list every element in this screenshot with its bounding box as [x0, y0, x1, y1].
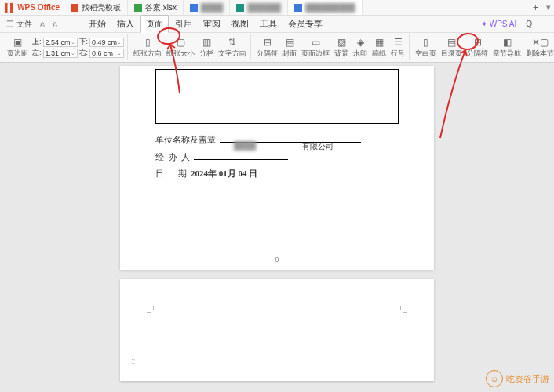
columns-icon: ▥: [201, 37, 212, 48]
document-canvas[interactable]: 单位名称及盖章: 有限公司 ████ 经 办 人: 日 期: 2024年 01月…: [0, 63, 554, 392]
margin-marker-bl: ::: [131, 357, 136, 365]
break-button[interactable]: ⊟分隔符: [254, 34, 280, 61]
paper-icon: ▦: [374, 37, 385, 48]
doc-tab-3[interactable]: ████: [184, 0, 230, 15]
orientation-button[interactable]: ▯纸张方向: [131, 34, 164, 61]
field-person: 经 办 人:: [155, 151, 399, 163]
columns-button[interactable]: ▥分栏: [197, 34, 216, 61]
margin-right-input[interactable]: 0.6 cm⌄: [89, 49, 124, 58]
border-button[interactable]: ▭页面边框: [299, 34, 332, 61]
wps-logo-text: WPS Office: [17, 3, 60, 12]
doc-tab-template[interactable]: 找稻壳模板: [64, 0, 128, 15]
doc-tab-label: ██████: [247, 3, 281, 12]
watermark-icon: ◈: [355, 37, 366, 48]
cover-button[interactable]: ▤封面: [280, 34, 299, 61]
field-person-line: [194, 151, 288, 160]
orientation-icon: ▯: [142, 37, 153, 48]
page-margin-icon: ▣: [13, 37, 24, 48]
page-break-button[interactable]: ⊟分隔符: [465, 34, 490, 61]
field-company-label: 单位名称及盖章:: [155, 134, 218, 146]
bg-icon: ▨: [336, 37, 347, 48]
menu-ref[interactable]: 引用: [170, 16, 197, 32]
doc-icon: [71, 4, 78, 12]
doc-tab-label: ████: [201, 3, 223, 12]
file-menu[interactable]: 三 文件: [3, 17, 35, 31]
page-number: — 9 —: [120, 256, 434, 263]
doc-icon: [294, 4, 302, 12]
sectnav-icon: ◧: [501, 37, 512, 48]
doc-icon: [134, 4, 142, 12]
page-2[interactable]: ::: [120, 279, 434, 381]
doc-tab-xlsx[interactable]: 答案.xlsx: [128, 0, 184, 15]
doc-tab-4[interactable]: ██████: [230, 0, 288, 15]
line-number-button[interactable]: ☰行号: [388, 34, 407, 61]
menu-bar: 三 文件 ⎌ ⎌ ⋯ 开始 插入 页面 引用 审阅 视图 工具 会员专享 ✦ W…: [0, 16, 554, 33]
ribbon-toolbar: ▣ 页边距 上: 2.54 cm⌄ 下: 0.49 cm⌄ 左: 1.31 cm…: [0, 33, 554, 63]
delete-section-button[interactable]: ✕▢删除本节: [523, 34, 554, 61]
doc-tab-label: 找稻壳模板: [82, 2, 121, 13]
wps-logo: ▌▌ WPS Office: [0, 3, 64, 12]
company-blur: ████: [234, 141, 256, 150]
quick-access-1[interactable]: ⎌: [37, 18, 48, 30]
section-nav-button[interactable]: ◧章节导航: [490, 34, 523, 61]
page-1[interactable]: 单位名称及盖章: 有限公司 ████ 经 办 人: 日 期: 2024年 01月…: [120, 66, 434, 270]
field-date-value: 2024年 01月 04 日: [191, 168, 257, 180]
border-icon: ▭: [310, 37, 321, 48]
margin-top-input[interactable]: 2.54 cm⌄: [43, 38, 78, 47]
paper-size-button[interactable]: ▢纸张大小: [164, 34, 197, 61]
wps-logo-icon: ▌▌: [5, 3, 16, 12]
tab-menu-icon[interactable]: ▾: [543, 2, 554, 13]
pbreak-icon: ⊟: [472, 37, 483, 48]
page-margin-button[interactable]: ▣ 页边距: [5, 34, 31, 61]
wps-ai-button[interactable]: ✦ WPS AI: [476, 20, 521, 28]
cover-icon: ▤: [284, 37, 295, 48]
field-date-label2: 期:: [178, 168, 189, 180]
break-icon: ⊟: [262, 37, 273, 48]
blank-page-button[interactable]: ▯空白页: [413, 34, 439, 61]
menu-more[interactable]: ⋯: [537, 18, 551, 30]
menu-start[interactable]: 开始: [84, 16, 111, 32]
margin-marker-tl: [153, 312, 159, 318]
doc-icon: [190, 4, 198, 12]
menu-view[interactable]: 视图: [227, 16, 253, 32]
delsection-icon: ✕▢: [534, 37, 545, 48]
doc-icon: [236, 4, 244, 12]
margin-top-label: 上:: [32, 37, 42, 47]
menu-tools[interactable]: 工具: [255, 16, 282, 32]
new-tab-button[interactable]: +: [528, 2, 543, 13]
quick-access-2[interactable]: ⎌: [49, 18, 60, 30]
direction-icon: ⇅: [227, 37, 238, 48]
margin-left-input[interactable]: 1.31 cm⌄: [43, 49, 78, 58]
margin-left-label: 左:: [32, 48, 42, 58]
brand-watermark: ☺ 吃资谷手游: [486, 370, 549, 387]
linenum-icon: ☰: [392, 37, 403, 48]
margin-bottom-label: 下:: [79, 37, 89, 47]
watermark-text: 吃资谷手游: [506, 373, 549, 385]
background-button[interactable]: ▨背景: [332, 34, 351, 61]
menu-page[interactable]: 页面: [140, 15, 169, 33]
menu-insert[interactable]: 插入: [112, 16, 139, 32]
text-direction-button[interactable]: ⇅文字方向: [216, 34, 249, 61]
margin-marker-tr: [395, 312, 401, 318]
paper-button[interactable]: ▦稿纸: [370, 34, 388, 61]
watermark-face-icon: ☺: [486, 370, 503, 387]
menu-vip[interactable]: 会员专享: [283, 16, 327, 32]
field-company: 单位名称及盖章:: [155, 133, 399, 146]
margin-inputs: 上: 2.54 cm⌄ 下: 0.49 cm⌄ 左: 1.31 cm⌄ 右: 0…: [31, 37, 126, 58]
field-date: 日 期: 2024年 01月 04 日: [155, 168, 399, 180]
doc-tab-5[interactable]: █████████: [288, 0, 363, 15]
watermark-button[interactable]: ◈水印: [351, 34, 370, 61]
field-date-label1: 日: [155, 168, 178, 180]
toc-button[interactable]: ▤目录页: [439, 34, 465, 61]
company-suffix: 有限公司: [302, 141, 333, 152]
search-button[interactable]: Q: [523, 18, 535, 30]
doc-tab-label: █████████: [305, 3, 355, 12]
toc-icon: ▤: [446, 37, 457, 48]
menu-review[interactable]: 审阅: [199, 16, 225, 32]
field-person-label: 经 办 人:: [155, 151, 192, 163]
blank-icon: ▯: [421, 37, 432, 48]
margin-bottom-input[interactable]: 0.49 cm⌄: [89, 38, 124, 47]
margin-right-label: 右:: [79, 48, 89, 58]
doc-tab-label: 答案.xlsx: [145, 2, 177, 13]
quick-access-3[interactable]: ⋯: [62, 18, 76, 30]
